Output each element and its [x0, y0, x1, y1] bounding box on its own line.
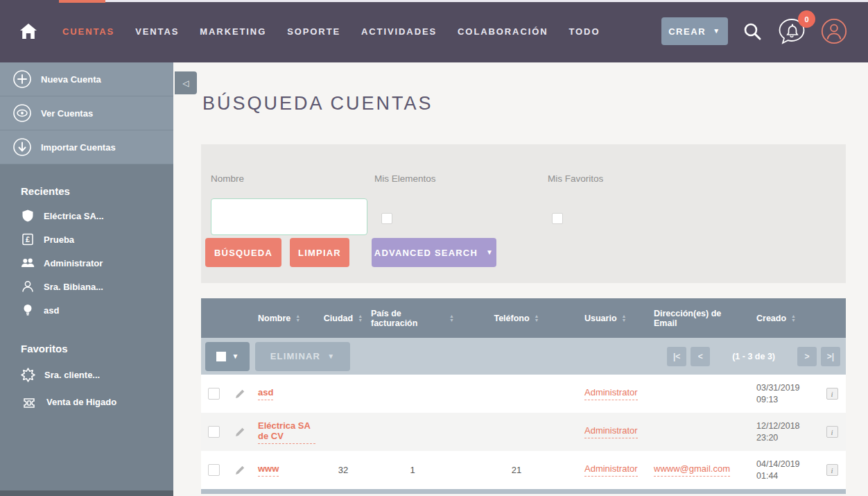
sort-icon[interactable]: ▲▼ — [791, 314, 796, 323]
select-all-dropdown[interactable]: ▼ — [205, 342, 250, 371]
account-name-link[interactable]: asd — [258, 387, 273, 400]
favorite-item-label: Sra. cliente... — [44, 370, 100, 380]
sidebar-action-view-accounts[interactable]: Ver Cuentas — [0, 96, 173, 130]
nav-item-ventas[interactable]: VENTAS — [135, 26, 179, 37]
nav-item-colaboracion[interactable]: COLABORACIÓN — [458, 26, 548, 37]
cell-ciudad — [315, 375, 371, 413]
row-checkbox[interactable] — [208, 426, 220, 438]
info-icon[interactable]: i — [826, 426, 838, 438]
column-header-usuario[interactable]: Usuario ▲▼ — [579, 298, 648, 338]
nav-menu: CUENTAS VENTAS MARKETING SOPORTE ACTIVID… — [62, 26, 600, 37]
my-items-label: Mis Elementos — [374, 173, 436, 184]
delete-button[interactable]: ELIMINAR ▼ — [255, 342, 350, 371]
pagination-prev-button[interactable]: < — [691, 347, 710, 366]
sidebar-bottom-strip — [0, 490, 173, 496]
recent-item[interactable]: Eléctrica SA... — [21, 204, 173, 228]
avatar[interactable] — [821, 18, 847, 44]
favorites-section-title: Favoritos — [21, 343, 173, 354]
info-icon[interactable]: i — [826, 388, 838, 400]
created-time: 23:20 — [756, 432, 778, 444]
favorite-item[interactable]: Venta de Higado — [21, 388, 173, 416]
ticket-icon — [21, 395, 37, 409]
edit-pencil-icon[interactable] — [234, 388, 245, 400]
column-header-nombre[interactable]: Nombre ▲▼ — [254, 298, 315, 338]
main-content: BÚSQUEDA CUENTAS Nombre Mis Elementos Mi… — [173, 62, 868, 496]
sort-icon[interactable]: ▲▼ — [535, 314, 539, 323]
nav-item-marketing[interactable]: MARKETING — [200, 26, 266, 37]
row-checkbox[interactable] — [208, 464, 220, 476]
created-date: 04/14/2019 — [756, 459, 800, 470]
pagination-first-button[interactable]: |< — [667, 347, 686, 366]
page-title: BÚSQUEDA CUENTAS — [202, 93, 433, 114]
row-checkbox[interactable] — [208, 388, 220, 400]
nav-item-todo[interactable]: TODO — [568, 26, 600, 37]
cell-ciudad: 32 — [315, 451, 371, 489]
sidebar-action-label: Nueva Cuenta — [41, 74, 101, 85]
pagination-last-button[interactable]: >| — [821, 347, 840, 366]
user-link[interactable]: Administrator — [584, 425, 638, 438]
table-header: Nombre ▲▼ Ciudad ▲▼ País de facturación … — [201, 298, 846, 338]
account-name-link[interactable]: www — [258, 463, 279, 477]
pound-icon: £ — [21, 232, 35, 246]
top-nav: CUENTAS VENTAS MARKETING SOPORTE ACTIVID… — [0, 0, 868, 62]
user-link[interactable]: Administrator — [584, 463, 638, 477]
advanced-search-button[interactable]: ADVANCED SEARCH ▼ — [372, 238, 496, 267]
recent-item-label: Sra. Bibiana... — [44, 282, 103, 292]
info-icon[interactable]: i — [826, 464, 838, 476]
recent-item[interactable]: £ Prueba — [21, 228, 173, 251]
column-header-creado[interactable]: Creado ▲▼ — [745, 298, 818, 338]
edit-pencil-icon[interactable] — [234, 465, 245, 476]
cell-pais — [371, 375, 454, 413]
my-favorites-checkbox[interactable] — [552, 213, 563, 224]
favorite-item[interactable]: Sra. cliente... — [21, 361, 173, 388]
name-search-input[interactable] — [211, 198, 367, 235]
sidebar-action-new-account[interactable]: Nueva Cuenta — [0, 62, 173, 96]
notification-badge: 0 — [798, 10, 815, 28]
sort-icon[interactable]: ▲▼ — [358, 314, 363, 323]
chevron-down-icon: ▼ — [713, 28, 721, 35]
nav-item-cuentas[interactable]: CUENTAS — [62, 26, 114, 37]
email-link[interactable]: wwww@gmail.com — [654, 463, 730, 477]
pagination: |< < (1 - 3 de 3) > >| — [667, 347, 840, 366]
home-icon[interactable] — [19, 23, 37, 40]
create-button[interactable]: CREAR ▼ — [661, 17, 728, 45]
created-date: 03/31/2019 — [756, 382, 800, 394]
account-name-link[interactable]: Eléctrica SA de CV — [258, 420, 315, 444]
sidebar-action-import-accounts[interactable]: Importar Cuentas — [0, 130, 173, 164]
select-all-checkbox — [216, 352, 226, 361]
svg-text:£: £ — [26, 235, 30, 243]
recent-item[interactable]: Administrator — [21, 251, 173, 275]
search-button[interactable]: BÚSQUEDA — [205, 238, 281, 267]
sort-icon[interactable]: ▲▼ — [449, 314, 454, 323]
column-header-email[interactable]: Dirección(es) de Email — [648, 298, 745, 338]
recent-item[interactable]: asd — [21, 298, 173, 322]
active-tab-indicator — [59, 0, 105, 3]
download-circle-icon — [12, 137, 32, 157]
notifications-icon[interactable]: 0 — [776, 16, 807, 46]
clear-button-label: LIMPIAR — [298, 248, 341, 258]
pagination-next-button[interactable]: > — [797, 347, 817, 366]
recent-item-label: Administrator — [44, 258, 103, 268]
nav-item-soporte[interactable]: SOPORTE — [287, 26, 340, 37]
edit-pencil-icon[interactable] — [234, 427, 245, 438]
sort-icon[interactable]: ▲▼ — [295, 314, 300, 323]
column-header-pais[interactable]: País de facturación ▲▼ — [371, 298, 454, 338]
created-time: 01:44 — [756, 470, 778, 482]
sidebar-action-label: Ver Cuentas — [41, 108, 93, 119]
search-icon[interactable] — [742, 21, 763, 42]
column-header-telefono[interactable]: Teléfono ▲▼ — [454, 298, 579, 338]
my-items-checkbox[interactable] — [381, 213, 392, 224]
nav-item-actividades[interactable]: ACTIVIDADES — [361, 26, 437, 37]
table-row: asd Administrator 03/31/2019 09:13 i — [201, 375, 846, 413]
cell-telefono: 21 — [454, 451, 579, 489]
clear-button[interactable]: LIMPIAR — [290, 238, 349, 267]
plus-circle-icon — [12, 69, 32, 89]
cell-telefono — [454, 375, 579, 413]
column-header-ciudad[interactable]: Ciudad ▲▼ — [315, 298, 371, 338]
user-link[interactable]: Administrator — [584, 387, 638, 400]
favorite-item-label: Venta de Higado — [46, 397, 116, 407]
delete-button-label: ELIMINAR — [270, 351, 320, 361]
recent-item[interactable]: Sra. Bibiana... — [21, 275, 173, 298]
cell-telefono — [454, 413, 579, 451]
sort-icon[interactable]: ▲▼ — [622, 314, 627, 323]
